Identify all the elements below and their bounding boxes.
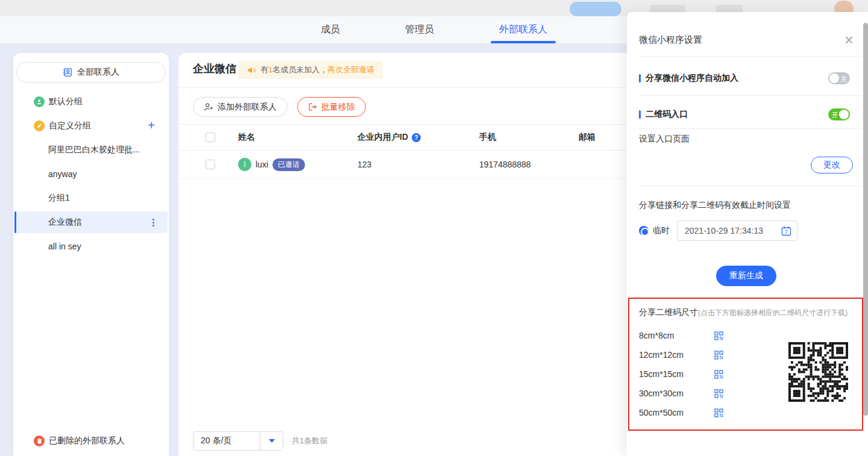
datetime-value: 2021-10-29 17:34:13 [678,226,781,236]
trash-icon [34,436,45,446]
selected-indicator-bar [14,211,16,233]
sidebar-group-item-selected[interactable]: 企业微信 [14,211,168,233]
expiry-section-label: 分享链接和分享二维码有效截止时间设置 [639,200,791,211]
qr-download-icon[interactable] [714,331,723,340]
group-label: all in sey [48,242,81,251]
entry-page-label: 设置入口页面 [639,134,690,145]
qr-size-row: 12cm*12cm [639,345,723,364]
person-icon [34,96,45,107]
all-contacts-button[interactable]: 全部联系人 [16,62,166,83]
auto-join-label: 分享微信小程序自动加入 [646,73,738,84]
tab-admins-label: 管理员 [405,23,434,36]
datetime-input[interactable]: 2021-10-29 17:34:13 7 [677,220,797,241]
divider [639,186,862,186]
regenerate-button[interactable]: 重新生成 [716,266,776,286]
close-icon[interactable]: × [844,34,854,46]
sidebar-item-default-group[interactable]: 默认分组 [13,90,169,114]
qr-download-icon[interactable] [714,389,723,398]
qr-size-label: 8cm*8cm [639,331,714,340]
svg-text:7: 7 [785,229,788,235]
toggle-state-label: 关 [840,75,847,84]
section-accent-bar [639,74,641,83]
add-external-contact-label: 添加外部联系人 [218,102,277,113]
custom-group-label: 自定义分组 [49,120,91,131]
reinvite-all-link[interactable]: 再次全部邀请 [327,65,374,74]
active-tab-underline [491,41,556,43]
tab-external-label: 外部联系人 [499,23,547,36]
default-group-label: 默认分组 [49,96,83,107]
banner-text: 有1名成员未加入，再次全部邀请 [260,64,374,75]
topbar-partial-button [570,2,621,16]
add-group-icon[interactable]: + [146,120,157,131]
sidebar-item-custom-group[interactable]: 自定义分组 + [13,114,169,138]
tab-members-label: 成员 [321,23,340,36]
qr-sizes-hint: (点击下方图标选择相应的二维码尺寸进行下载) [698,308,848,317]
group-label: anyway [48,169,77,179]
sidebar-group-item[interactable]: 分组1 [13,186,169,210]
qr-size-row: 8cm*8cm [639,326,723,345]
temporary-radio[interactable] [639,226,649,236]
change-button[interactable]: 更改 [811,157,853,173]
export-remove-icon [308,102,317,111]
tab-admins[interactable]: 管理员 [400,16,439,43]
qr-size-label: 15cm*15cm [639,369,714,379]
qr-download-icon[interactable] [714,370,723,379]
contact-name: luxi [256,160,268,169]
group-label: 阿里巴巴白木胶处理批... [48,145,140,155]
add-external-contact-button[interactable]: 添加外部联系人 [193,97,288,117]
auto-join-row: 分享微信小程序自动加入 关 [639,70,850,87]
qr-size-row: 30cm*30cm [639,384,723,403]
qr-download-icon[interactable] [714,408,723,417]
auto-join-toggle[interactable]: 关 [828,72,850,84]
qr-download-icon[interactable] [714,351,723,360]
help-icon[interactable]: ? [412,133,421,142]
sidebar-group-item[interactable]: all in sey [13,234,169,258]
chevron-down-icon[interactable] [260,432,283,450]
app-screen: 成员 管理员 外部联系人 全部联系人 默认分组 [0,0,868,456]
group-label: 企业微信 [48,217,82,228]
sidebar-group-item[interactable]: 阿里巴巴白木胶处理批... [13,138,169,162]
group-list: 默认分组 自定义分组 + 阿里巴巴白木胶处理批... anyway 分组1 企业… [13,90,169,258]
group-label: 分组1 [48,193,70,204]
person-add-icon [204,102,213,112]
page-size-value: 20 条/页 [193,432,260,450]
toolbar: 添加外部联系人 批量移除 [193,97,366,117]
page-size-select[interactable]: 20 条/页 [193,431,283,451]
contact-user-id: 123 [357,160,371,169]
deleted-contacts-link[interactable]: 已删除的外部联系人 [34,436,125,446]
toggle-knob [829,73,839,83]
qr-size-label: 12cm*12cm [639,350,714,360]
select-all-checkbox[interactable] [206,133,215,142]
invited-status-badge: 已邀请 [272,158,305,171]
col-header-user-id: 企业内用户ID [357,132,408,143]
col-header-name: 姓名 [238,132,255,143]
qr-size-list: 8cm*8cm 12cm*12cm 15cm*15cm 30cm*30cm 50… [639,326,723,422]
toggle-knob [839,110,849,119]
divider [639,128,862,129]
col-header-email: 邮箱 [579,132,596,142]
pagination: 20 条/页 共1条数据 [193,431,327,451]
qr-size-row: 15cm*15cm [639,364,723,384]
deleted-contacts-label: 已删除的外部联系人 [49,436,125,446]
qr-entry-label: 二维码入口 [646,109,688,120]
sidebar-group-item[interactable]: anyway [13,162,169,186]
toggle-state-label: 开 [832,111,838,120]
panel-scrollbar[interactable] [863,23,868,416]
expiry-row: 临时 2021-10-29 17:34:13 7 [639,220,797,241]
tab-members[interactable]: 成员 [316,16,345,43]
divider [639,95,862,96]
calendar-icon[interactable]: 7 [781,225,792,237]
avatar: l [238,158,251,171]
row-checkbox[interactable] [206,160,215,169]
group-menu-icon[interactable] [150,216,157,229]
qr-size-row: 50cm*50cm [639,403,723,422]
banner-text-after: 名成员未加入， [272,65,327,74]
panel-title: 微信小程序设置 [639,34,702,46]
total-count: 共1条数据 [292,436,327,446]
invite-banner: 有1名成员未加入，再次全部邀请 [239,61,383,79]
tab-external-contacts[interactable]: 外部联系人 [494,16,552,43]
batch-remove-label: 批量移除 [321,102,355,113]
batch-remove-button[interactable]: 批量移除 [297,97,366,117]
qr-entry-toggle[interactable]: 开 [828,108,850,120]
all-contacts-label: 全部联系人 [77,67,119,78]
